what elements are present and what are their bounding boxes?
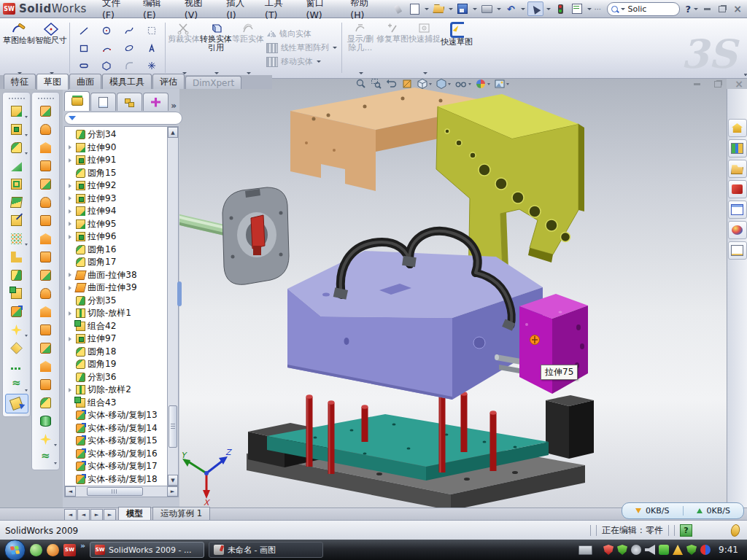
expand-arrow-icon[interactable]	[68, 336, 74, 342]
messenger-quicklaunch-icon[interactable]	[30, 544, 42, 556]
expand-arrow-icon[interactable]	[68, 425, 74, 431]
document-tab[interactable]: 模型	[118, 507, 151, 521]
scroll-left-icon[interactable]: ◄	[65, 486, 76, 497]
vertical-scroll-thumb[interactable]	[169, 405, 177, 448]
app-minimize-button[interactable]	[700, 3, 713, 15]
tree-item[interactable]: 曲面-拉伸38	[65, 269, 168, 282]
panel-splitter-handle[interactable]	[177, 281, 182, 306]
expand-arrow-icon[interactable]	[68, 234, 74, 240]
expand-arrow-icon[interactable]	[68, 349, 74, 354]
dropdown-caret-icon[interactable]	[25, 116, 28, 118]
section-view-icon[interactable]	[400, 77, 414, 91]
extruded-cut-button[interactable]	[6, 120, 28, 139]
print-dropdown-caret-icon[interactable]	[497, 8, 501, 10]
keyboard-layout-icon[interactable]	[578, 545, 592, 555]
untrim-surface-button[interactable]	[35, 339, 57, 357]
trim-entities-button[interactable]: 剪裁实体	[168, 19, 200, 77]
expand-arrow-icon[interactable]	[68, 195, 74, 201]
network-speed-widget[interactable]: 0KB/S 0KB/S	[622, 502, 744, 519]
command-tab[interactable]: 曲面	[69, 74, 101, 89]
expand-arrow-icon[interactable]	[68, 144, 74, 150]
linear-sketch-pattern-button[interactable]: 线性草图阵列	[264, 42, 339, 54]
core-button[interactable]	[35, 376, 57, 394]
tree-vertical-scrollbar[interactable]: ▲ ▼	[167, 126, 179, 486]
expand-arrow-icon[interactable]	[68, 298, 74, 303]
line-sketch-icon[interactable]	[72, 22, 95, 39]
command-tab[interactable]: 特征	[4, 74, 36, 89]
tree-item[interactable]: 圆角15	[65, 167, 168, 180]
parting-surface-button[interactable]	[35, 157, 57, 175]
menu-item[interactable]: 插入(I)	[220, 0, 258, 23]
display-style-caret-icon[interactable]	[448, 83, 451, 85]
convert-dropdown-caret-icon[interactable]	[214, 72, 219, 74]
scroll-right-icon[interactable]: ►	[167, 486, 178, 497]
sync-tray-icon[interactable]	[700, 545, 711, 555]
dropdown-caret-icon[interactable]	[25, 152, 28, 155]
slot-sketch-icon[interactable]	[72, 57, 95, 74]
shut-off-surface-button[interactable]	[35, 175, 57, 193]
doc-nav-button[interactable]: ◄	[64, 509, 77, 521]
tree-item[interactable]: 圆角19	[65, 358, 168, 371]
extruded-boss-button[interactable]	[6, 102, 28, 120]
warning-tray-icon[interactable]	[673, 545, 683, 555]
repair-sketch-button[interactable]: 修复草图	[376, 19, 409, 77]
select-dropdown-caret-icon[interactable]	[546, 8, 551, 10]
doc-nav-button[interactable]: ◄	[77, 509, 90, 521]
antivirus-tray-icon[interactable]	[603, 545, 614, 555]
panel-overflow-chevron-icon[interactable]: »	[171, 101, 178, 111]
file-explorer-button[interactable]	[728, 160, 747, 178]
offset-entities-button[interactable]: 等距实体	[232, 19, 264, 77]
help-button[interactable]: ?	[685, 4, 691, 15]
smart-dimension-button[interactable]: 智能尺寸	[35, 19, 67, 77]
new-dropdown-caret-icon[interactable]	[425, 8, 429, 10]
taskbar-button-solidworks[interactable]: SW SolidWorks 2009 - ...	[90, 542, 204, 558]
expand-arrow-icon[interactable]	[68, 183, 74, 189]
orientation-caret-icon[interactable]	[429, 83, 432, 85]
move-dropdown-caret-icon[interactable]	[317, 61, 321, 63]
radiate-surface-button[interactable]	[35, 248, 57, 266]
open-button[interactable]	[431, 2, 446, 15]
zoom-area-icon[interactable]	[370, 77, 383, 91]
search-input[interactable]: Solic	[607, 2, 680, 16]
planar-surface-button[interactable]	[35, 211, 57, 230]
polygon-sketch-icon[interactable]	[95, 57, 117, 74]
relations-dropdown-caret-icon[interactable]	[359, 72, 363, 74]
tree-item[interactable]: 拉伸95	[65, 218, 168, 231]
dropdown-caret-icon[interactable]	[25, 389, 28, 392]
surface-curve-button[interactable]	[35, 448, 57, 467]
tree-item[interactable]: 拉伸96	[65, 230, 168, 244]
custom-properties-button[interactable]	[728, 241, 747, 260]
combine-button[interactable]	[6, 284, 28, 303]
dropdown-caret-icon[interactable]	[25, 134, 28, 136]
tree-item[interactable]: 实体-移动/复制14	[65, 422, 168, 435]
expand-arrow-icon[interactable]	[68, 246, 74, 252]
search-dropdown-caret-icon[interactable]	[621, 8, 625, 10]
expand-arrow-icon[interactable]	[68, 260, 74, 265]
expand-arrow-icon[interactable]	[68, 323, 74, 329]
security-plus-tray-icon[interactable]	[686, 545, 697, 555]
filled-surface-button[interactable]	[35, 394, 57, 412]
display-style-icon[interactable]	[435, 77, 452, 91]
tree-item[interactable]: 圆角16	[65, 244, 168, 257]
scroll-down-icon[interactable]: ▼	[168, 475, 178, 486]
clamp-cylinder[interactable]	[179, 187, 289, 284]
media-quicklaunch-icon[interactable]	[47, 544, 59, 556]
scene-icon[interactable]	[493, 77, 510, 91]
solidworks-search-button[interactable]	[728, 180, 747, 198]
tree-item[interactable]: 拉伸97	[65, 332, 168, 346]
expand-arrow-icon[interactable]	[68, 209, 74, 214]
tree-item[interactable]: 圆角18	[65, 346, 168, 359]
tree-item[interactable]: 实体-移动/复制13	[65, 409, 168, 422]
shell-button[interactable]	[6, 175, 28, 193]
display-delete-relations-button[interactable]: 显示/删除几...	[344, 19, 376, 77]
expand-arrow-icon[interactable]	[68, 464, 74, 470]
help-dropdown-caret-icon[interactable]	[694, 8, 698, 10]
undo-button[interactable]: ↶	[503, 2, 518, 15]
rib-button[interactable]	[6, 248, 28, 266]
rebuild-traffic-light-icon[interactable]	[553, 2, 568, 15]
quick-tips-help-icon[interactable]: ?	[680, 524, 692, 537]
mirror-entities-button[interactable]: 镜向实体	[264, 28, 339, 40]
expand-arrow-icon[interactable]	[68, 221, 74, 227]
tree-item[interactable]: 拉伸91	[65, 154, 168, 167]
pattern-dropdown-caret-icon[interactable]	[333, 47, 337, 49]
